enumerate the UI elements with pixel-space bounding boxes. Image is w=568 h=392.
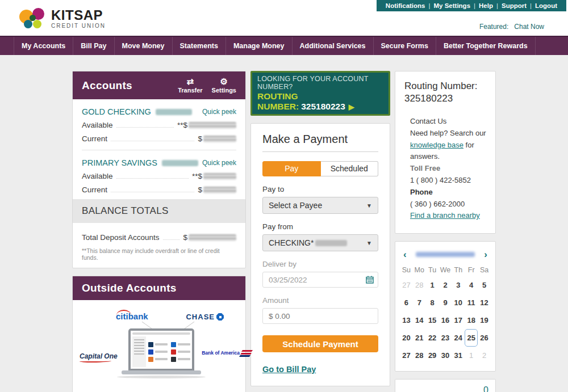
calendar-day[interactable]: 21 [413, 329, 426, 347]
settings-button[interactable]: ⚙ Settings [212, 77, 236, 94]
routing-label: ROUTING NUMBER: [257, 91, 299, 111]
leader-line [111, 192, 194, 192]
amount-label: Amount [262, 296, 378, 305]
topbar-link[interactable]: Logout [535, 2, 557, 9]
calendar-day[interactable]: 5 [478, 276, 491, 294]
citibank-logo: citibank [116, 311, 148, 321]
knowledge-base-link[interactable]: knowledge base [410, 141, 463, 149]
account-name-link[interactable]: GOLD CHECKING [82, 107, 151, 116]
go-to-bill-pay-link[interactable]: Go to Bill Pay [262, 365, 316, 374]
chevron-down-icon: ▼ [366, 203, 372, 209]
nav-item[interactable]: My Accounts [14, 37, 73, 55]
calendar-day[interactable]: 9 [439, 294, 452, 311]
calendar-day[interactable]: 16 [439, 311, 452, 329]
calendar-weekday: Fr [465, 266, 478, 274]
deliver-by-input[interactable] [262, 272, 378, 288]
tab-scheduled[interactable]: Scheduled [321, 161, 379, 176]
calendar-prev-icon[interactable]: ‹ [403, 250, 407, 259]
amount-input[interactable] [262, 308, 378, 324]
payee-select[interactable]: Select a Payee ▼ [262, 197, 378, 214]
calendar-day[interactable]: 2 [439, 276, 452, 294]
topbar-link[interactable]: Help [479, 2, 493, 9]
bank-of-america-logo: Bank of America [202, 350, 240, 356]
tab-pay[interactable]: Pay [262, 161, 321, 176]
redacted-account-number [315, 240, 347, 246]
calendar-day[interactable]: 6 [400, 294, 413, 311]
calendar-day[interactable]: 11 [465, 294, 478, 311]
accounts-panel-header: Accounts ⇄ Transfer ⚙ Settings [73, 71, 245, 99]
help-text: Need help? Search our knowledge base for… [410, 128, 486, 163]
contact-title: Contact Us [410, 116, 486, 128]
help-text-before: Need help? Search our [410, 129, 486, 137]
brand-subtitle: CREDIT UNION [51, 23, 106, 29]
nav-item[interactable]: Bill Pay [73, 37, 114, 55]
calendar-day[interactable]: 19 [478, 311, 491, 329]
calendar-day[interactable]: 18 [465, 311, 478, 329]
calendar-day[interactable]: 14 [413, 311, 426, 329]
nav-item[interactable]: Secure Forms [374, 37, 436, 55]
account-name-link[interactable]: PRIMARY SAVINGS [82, 158, 157, 167]
separator: | [429, 2, 431, 9]
find-branch-link[interactable]: Find a branch nearby [410, 211, 480, 220]
calendar-day[interactable]: 15 [426, 311, 439, 329]
calendar-day[interactable]: 10 [452, 294, 465, 311]
routing-info-panel: Routing Number: 325180223 Contact Us Nee… [395, 71, 496, 234]
outside-accounts-panel: Outside Accounts citibank CHASE Capital … [72, 276, 246, 392]
brand-logo[interactable]: KITSAP CREDIT UNION [19, 6, 106, 31]
calendar-day[interactable]: 23 [439, 329, 452, 347]
routing-number-label: Routing Number: [404, 81, 486, 92]
calendar-day[interactable]: 4 [465, 276, 478, 294]
pay-from-select[interactable]: CHECKING* ▼ [262, 234, 378, 251]
nav-item[interactable]: Move Money [115, 37, 173, 55]
schedule-payment-button[interactable]: Schedule Payment [262, 335, 378, 352]
topbar-link[interactable]: Notifications [386, 2, 425, 9]
nav-item[interactable]: Statements [173, 37, 226, 55]
row-value: $ [198, 134, 236, 143]
calendar-day[interactable]: 7 [413, 294, 426, 311]
redacted-account-number [162, 160, 198, 166]
balance-footnote: **This balance may include overdraft or … [82, 247, 236, 261]
calendar-day[interactable]: 12 [478, 294, 491, 311]
nav-item[interactable]: Manage Money [226, 37, 293, 55]
calendar-day[interactable]: 20 [400, 329, 413, 347]
calendar-day[interactable]: 22 [426, 329, 439, 347]
separator: | [530, 2, 532, 9]
nav-item[interactable]: Better Together Rewards [436, 37, 536, 55]
calendar-day-selected[interactable]: 25 [465, 329, 478, 347]
row-label: Available [82, 172, 113, 180]
outside-accounts-body: citibank CHASE Capital One Bank of Ameri… [73, 300, 245, 392]
nav-item[interactable]: Additional Services [293, 37, 374, 55]
calendar-day[interactable]: 2 [478, 347, 491, 364]
calendar-next-icon[interactable]: › [484, 250, 487, 259]
calendar-weekday: Mo [413, 266, 426, 274]
calendar-day[interactable]: 29 [426, 347, 439, 364]
left-column: Accounts ⇄ Transfer ⚙ Settings [72, 71, 246, 392]
content: Accounts ⇄ Transfer ⚙ Settings [0, 55, 568, 392]
calendar-day[interactable]: 30 [439, 347, 452, 364]
routing-number-banner[interactable]: LOOKING FOR YOUR ACCOUNT NUMBER? ROUTING… [250, 71, 390, 116]
calendar-day[interactable]: 27 [400, 347, 413, 364]
calendar-day[interactable]: 8 [426, 294, 439, 311]
calendar-day[interactable]: 17 [452, 311, 465, 329]
calendar-day[interactable]: 28 [413, 347, 426, 364]
calendar-day[interactable]: 1 [465, 347, 478, 364]
topbar-link[interactable]: Support [502, 2, 527, 9]
pay-from-label: Pay from [262, 222, 378, 231]
chat-now-link[interactable]: Chat Now [514, 23, 544, 31]
calendar-day[interactable]: 24 [452, 329, 465, 347]
calendar-day[interactable]: 27 [400, 276, 413, 294]
quick-peek-link[interactable]: Quick peek [202, 159, 236, 167]
calendar-weekday: Sa [478, 266, 491, 274]
calendar-day[interactable]: 1 [426, 276, 439, 294]
calendar-day[interactable]: 13 [400, 311, 413, 329]
calendar-day[interactable]: 28 [413, 276, 426, 294]
topbar-link[interactable]: My Settings [434, 2, 471, 9]
calendar-icon[interactable] [366, 276, 374, 284]
calendar-day[interactable]: 26 [478, 329, 491, 347]
calendar-day[interactable]: 3 [452, 276, 465, 294]
quick-peek-link[interactable]: Quick peek [202, 108, 236, 116]
calendar-weekday: Th [452, 266, 465, 274]
balance-row-current: Current $ [82, 134, 236, 143]
calendar-day[interactable]: 31 [452, 347, 465, 364]
transfer-button[interactable]: ⇄ Transfer [178, 77, 202, 94]
